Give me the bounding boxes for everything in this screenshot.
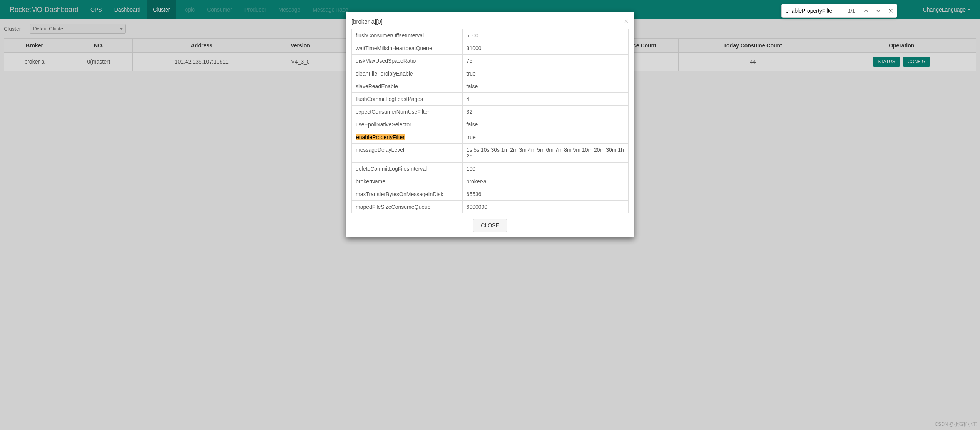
modal-title: [broker-a][0] [351, 18, 383, 25]
config-modal: [broker-a][0] × flushConsumerOffsetInter… [346, 12, 634, 71]
config-value: 5000 [462, 29, 628, 42]
config-key: diskMaxUsedSpaceRatio [352, 55, 463, 67]
find-close-button[interactable] [885, 4, 897, 18]
config-row: diskMaxUsedSpaceRatio75 [352, 55, 629, 67]
config-row: cleanFileForciblyEnabletrue [352, 67, 629, 71]
find-count: 1/1 [843, 8, 860, 14]
config-row: waitTimeMillsInHeartbeatQueue31000 [352, 42, 629, 55]
config-key: flushConsumerOffsetInterval [352, 29, 463, 42]
find-in-page-bar: 1/1 [781, 4, 897, 18]
find-prev-button[interactable] [860, 4, 872, 18]
config-table: flushConsumerOffsetInterval5000waitTimeM… [351, 29, 629, 71]
config-value: true [462, 67, 628, 71]
config-key: cleanFileForciblyEnable [352, 67, 463, 71]
config-row: flushConsumerOffsetInterval5000 [352, 29, 629, 42]
find-input[interactable] [782, 4, 843, 17]
chevron-down-icon [876, 8, 881, 13]
close-icon [888, 8, 893, 13]
config-value: 75 [462, 55, 628, 67]
chevron-up-icon [863, 8, 869, 13]
config-key: waitTimeMillsInHeartbeatQueue [352, 42, 463, 55]
modal-close-x[interactable]: × [624, 17, 629, 25]
modal-body[interactable]: flushConsumerOffsetInterval5000waitTimeM… [346, 29, 634, 71]
find-next-button[interactable] [872, 4, 885, 18]
modal-header: [broker-a][0] × [346, 12, 634, 29]
config-value: 31000 [462, 42, 628, 55]
